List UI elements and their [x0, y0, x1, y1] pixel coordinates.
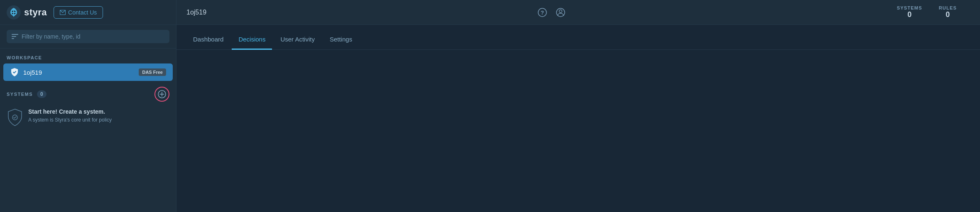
hint-text: Start here! Create a system. A system is… [28, 108, 112, 124]
left-panel-header: styra Contact Us [0, 0, 176, 24]
workspace-shield-icon [10, 68, 19, 77]
user-button[interactable] [553, 5, 568, 20]
tab-settings-label: Settings [330, 36, 352, 43]
left-sidebar: WORKSPACE 1oj519 DAS Free SYSTEMS 0 [0, 25, 176, 212]
contact-us-button[interactable]: Contact Us [54, 6, 103, 19]
systems-stat-label: SYSTEMS [897, 5, 922, 10]
tab-settings[interactable]: Settings [323, 32, 359, 50]
workspace-id: 1oj519 [186, 9, 206, 16]
plus-circle-icon [158, 90, 166, 98]
right-header: 1oj519 ? SYSTEMS 0 R [176, 5, 980, 20]
tab-user-activity[interactable]: User Activity [274, 32, 321, 50]
rules-stat-label: RULES [939, 5, 957, 10]
logo-container: styra [7, 5, 47, 19]
hint-title: Start here! Create a system. [28, 108, 112, 115]
search-bar [0, 25, 176, 49]
svg-text:?: ? [541, 10, 544, 16]
rules-stat: RULES 0 [939, 5, 957, 19]
systems-label-group: SYSTEMS 0 [7, 90, 47, 98]
top-header: styra Contact Us 1oj519 ? [0, 0, 980, 25]
hint-shield-icon [7, 108, 23, 125]
search-input-container [7, 30, 169, 43]
systems-section: SYSTEMS 0 [0, 81, 176, 125]
filter-icon [12, 34, 18, 39]
tab-dashboard[interactable]: Dashboard [186, 32, 230, 50]
contact-label: Contact Us [68, 9, 97, 16]
workspace-section-label: WORKSPACE [0, 49, 176, 63]
header-icons: ? [535, 5, 568, 20]
envelope-icon [60, 10, 66, 15]
systems-section-label: SYSTEMS [7, 92, 33, 97]
rules-stat-value: 0 [946, 10, 950, 19]
help-button[interactable]: ? [535, 5, 550, 20]
right-content: Dashboard Decisions User Activity Settin… [176, 25, 980, 212]
styra-logo-icon [7, 5, 21, 19]
help-icon: ? [538, 8, 547, 17]
add-system-button[interactable] [154, 87, 169, 102]
workspace-name: 1oj519 [23, 69, 135, 76]
search-input[interactable] [22, 33, 164, 40]
svg-point-6 [559, 10, 562, 12]
hint-description: A system is Styra's core unit for policy [28, 117, 112, 124]
main-content: WORKSPACE 1oj519 DAS Free SYSTEMS 0 [0, 25, 980, 212]
systems-rules-container: SYSTEMS 0 RULES 0 [897, 5, 970, 19]
logo-text: styra [24, 7, 47, 18]
tab-decisions[interactable]: Decisions [232, 32, 272, 50]
workspace-item[interactable]: 1oj519 DAS Free [3, 63, 173, 81]
systems-count-badge: 0 [37, 90, 47, 98]
create-system-hint: Start here! Create a system. A system is… [7, 107, 169, 125]
systems-stat: SYSTEMS 0 [897, 5, 922, 19]
systems-stat-value: 0 [907, 10, 911, 19]
tab-content [176, 50, 980, 212]
systems-header: SYSTEMS 0 [7, 87, 169, 102]
tab-decisions-label: Decisions [238, 36, 265, 43]
user-icon [556, 8, 565, 17]
das-badge: DAS Free [139, 68, 166, 76]
tabs-bar: Dashboard Decisions User Activity Settin… [176, 25, 980, 50]
tab-user-activity-label: User Activity [280, 36, 315, 43]
workspace-section: WORKSPACE 1oj519 DAS Free [0, 49, 176, 81]
tab-dashboard-label: Dashboard [193, 36, 223, 43]
